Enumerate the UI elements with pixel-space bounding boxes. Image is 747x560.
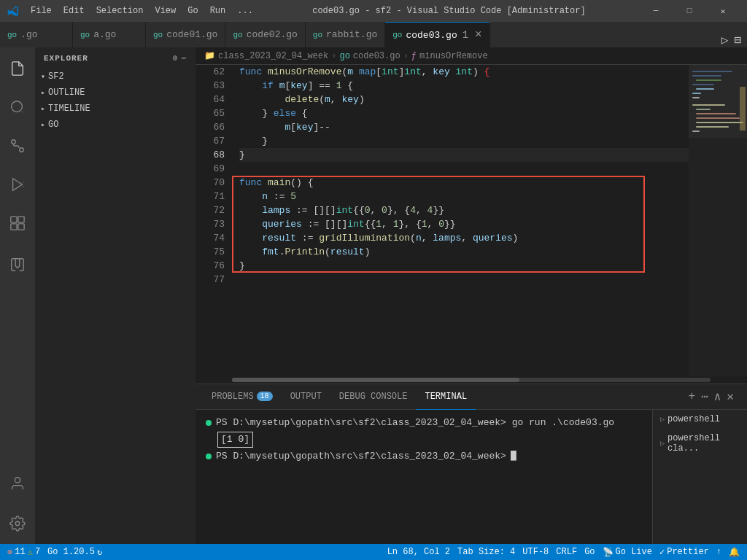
tab-close-icon[interactable]: ×: [475, 28, 482, 42]
terminal-instance-ps2[interactable]: ▷ powershell cla...: [653, 429, 747, 458]
breadcrumb-func[interactable]: minusOrRemove: [419, 51, 488, 61]
check-icon: ✓: [659, 547, 665, 558]
sidebar-section-go-header[interactable]: ▸ GO: [35, 117, 196, 133]
panel-tab-terminal[interactable]: TERMINAL: [416, 384, 476, 410]
terminal-content[interactable]: PS D:\mysetup\gopath\src\sf2\class_2023_…: [196, 410, 652, 544]
activity-source-control[interactable]: [0, 128, 35, 163]
menu-edit[interactable]: Edit: [58, 3, 90, 19]
debug-console-label: DEBUG CONSOLE: [339, 392, 408, 402]
panel-tab-output[interactable]: OUTPUT: [282, 384, 330, 410]
tab-code03[interactable]: go code03.go 1 ×: [385, 22, 489, 47]
run-icon[interactable]: ▷: [721, 33, 729, 47]
more-panel-options-icon[interactable]: ⋯: [701, 389, 708, 404]
tab-label: a.go: [93, 29, 116, 40]
statusbar-prettier[interactable]: ✓ Prettier: [659, 547, 709, 558]
statusbar-language[interactable]: Go: [584, 547, 595, 557]
terminal-command-line: PS D:\mysetup\gopath\src\sf2\class_2023_…: [206, 416, 642, 430]
tab-code02[interactable]: go code02.go: [225, 22, 305, 47]
terminal-status-dot: [206, 420, 212, 426]
tab-ago[interactable]: go a.go: [73, 22, 146, 47]
breadcrumb-file[interactable]: code03.go: [353, 51, 400, 61]
tab-go1[interactable]: go .go: [0, 22, 73, 47]
split-editor-icon[interactable]: ⊟: [734, 33, 741, 47]
terminal-instance-ps1[interactable]: ▷ powershell: [653, 410, 747, 429]
horizontal-scrollbar[interactable]: [196, 376, 747, 384]
sidebar-title: EXPLORER: [44, 54, 88, 63]
panel-tab-problems[interactable]: PROBLEMS 18: [203, 384, 282, 410]
terminal-cursor: █: [511, 449, 516, 464]
statusbar-right: Ln 68, Col 2 Tab Size: 4 UTF-8 CRLF Go 📡…: [387, 547, 740, 558]
menu-more[interactable]: ...: [231, 3, 259, 19]
menu-selection[interactable]: Selection: [90, 3, 150, 19]
code-content[interactable]: func minusOrRemove(m map[int]int, key in…: [232, 65, 689, 376]
section-label: TIMELINE: [48, 104, 90, 114]
code-editor[interactable]: 62 63 64 65 66 67 68 69 70 71 72 73 74 7…: [196, 65, 747, 376]
terminal-instances-panel: ▷ powershell ▷ powershell cla...: [652, 410, 747, 544]
editor-actions: ▷ ⊟: [716, 33, 747, 47]
tab-code01[interactable]: go code01.go: [146, 22, 225, 47]
close-panel-icon[interactable]: ✕: [727, 389, 734, 404]
activity-account[interactable]: [0, 466, 35, 501]
svg-point-13: [15, 521, 20, 526]
activity-run-debug[interactable]: [0, 167, 35, 202]
sidebar-section-outline-header[interactable]: ▸ OUTLINE: [35, 85, 196, 101]
terminal-output-value: [1 0]: [217, 432, 253, 448]
titlebar: File Edit Selection View Go Run ... code…: [0, 0, 747, 22]
statusbar-line-endings[interactable]: CRLF: [556, 547, 577, 557]
sidebar-section-timeline-header[interactable]: ▸ TIMELINE: [35, 101, 196, 117]
terminal-output-box-wrapper: [1 0]: [216, 432, 253, 448]
activity-testing[interactable]: [0, 247, 35, 282]
antenna-icon: 📡: [603, 547, 614, 558]
code-line-70: func main() {: [239, 176, 689, 190]
sidebar-section-sf2-header[interactable]: ▾ SF2: [35, 69, 196, 85]
statusbar-go-version[interactable]: Go 1.20.5 ↻: [47, 547, 102, 558]
breadcrumb-class[interactable]: class_2023_02_04_week: [218, 51, 328, 61]
statusbar-sync[interactable]: ↑: [716, 547, 721, 557]
tab-rabbit[interactable]: go rabbit.go: [306, 22, 385, 47]
close-button[interactable]: ✕: [706, 0, 740, 22]
statusbar-errors[interactable]: ⊗ 11 ⚠ 7: [7, 547, 40, 558]
breadcrumb-folder[interactable]: 📁: [204, 50, 215, 61]
activity-extensions[interactable]: [0, 206, 35, 241]
sidebar-section-timeline: ▸ TIMELINE: [35, 101, 196, 117]
section-label: GO: [48, 120, 58, 130]
minimize-button[interactable]: ─: [639, 0, 673, 22]
code-line-77: [239, 273, 689, 287]
terminal-label: TERMINAL: [425, 392, 467, 402]
scrollbar-track[interactable]: [232, 378, 711, 382]
statusbar-notifications[interactable]: 🔔: [729, 547, 740, 558]
menu-go[interactable]: Go: [182, 3, 204, 19]
maximize-panel-icon[interactable]: ∧: [714, 389, 721, 404]
menu-run[interactable]: Run: [204, 3, 232, 19]
code-line-65: } else {: [239, 106, 689, 120]
main-area: EXPLORER ⊕ ⋯ ▾ SF2 ▸ OUTLINE ▸ TIMELINE: [0, 47, 747, 544]
minimap: [689, 65, 747, 376]
scrollbar-thumb[interactable]: [232, 378, 519, 382]
statusbar-tab-size[interactable]: Tab Size: 4: [457, 547, 515, 557]
prettier-label: Prettier: [667, 547, 709, 557]
new-file-icon[interactable]: ⊕: [173, 53, 179, 63]
svg-marker-5: [13, 179, 23, 191]
menu-bar: File Edit Selection View Go Run ...: [25, 3, 259, 19]
svg-point-2: [20, 148, 24, 152]
menu-file[interactable]: File: [25, 3, 58, 19]
go-file-icon: go: [233, 31, 242, 39]
activity-search[interactable]: [0, 90, 35, 125]
maximize-button[interactable]: □: [673, 0, 706, 22]
encoding-label: UTF-8: [522, 547, 549, 557]
sidebar-section-go: ▸ GO: [35, 117, 196, 133]
statusbar-encoding[interactable]: UTF-8: [522, 547, 549, 557]
add-terminal-icon[interactable]: +: [688, 390, 695, 403]
statusbar-position[interactable]: Ln 68, Col 2: [387, 547, 450, 557]
panel-tab-debug-console[interactable]: DEBUG CONSOLE: [330, 384, 417, 410]
activity-explorer[interactable]: [0, 51, 35, 86]
statusbar-go-live[interactable]: 📡 Go Live: [603, 547, 652, 558]
more-options-icon[interactable]: ⋯: [181, 53, 187, 63]
section-label: SF2: [48, 71, 64, 82]
error-count: 11: [15, 547, 25, 557]
tab-label: code02.go: [247, 29, 298, 40]
activity-settings[interactable]: [0, 506, 35, 541]
menu-view[interactable]: View: [149, 3, 182, 19]
language-label: Go: [584, 547, 595, 557]
output-label: OUTPUT: [290, 392, 322, 402]
